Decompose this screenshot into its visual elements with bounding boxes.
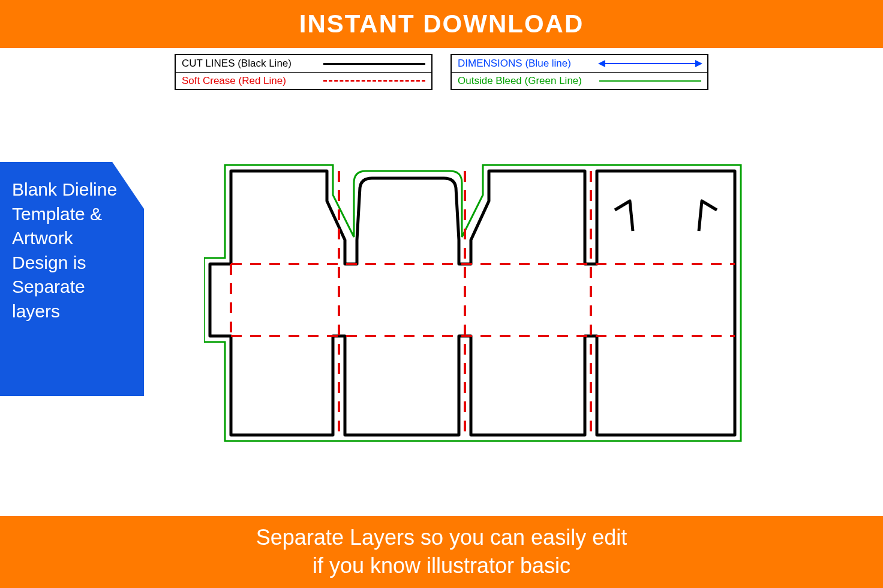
legend-label: CUT LINES (Black Line) [182, 58, 317, 70]
dieline-diagram [204, 141, 744, 453]
legend: CUT LINES (Black Line) Soft Crease (Red … [175, 54, 708, 90]
legend-cut-lines: CUT LINES (Black Line) [176, 55, 431, 72]
red-dash-icon [323, 73, 425, 89]
legend-label: Soft Crease (Red Line) [182, 75, 317, 87]
legend-dimensions: DIMENSIONS (Blue line) [452, 55, 707, 72]
footer-banner: Separate Layers so you can easily edit i… [0, 516, 883, 588]
header-title: INSTANT DOWNLOAD [299, 10, 584, 38]
blue-arrow-icon [599, 55, 701, 72]
footer-text: Separate Layers so you can easily edit i… [256, 524, 627, 580]
legend-label: Outside Bleed (Green Line) [458, 75, 593, 87]
side-callout-text: Blank Dieline Template & Artwork Design … [12, 179, 117, 321]
green-line-icon [599, 73, 701, 89]
legend-soft-crease: Soft Crease (Red Line) [176, 72, 431, 89]
header-banner: INSTANT DOWNLOAD [0, 0, 883, 48]
legend-outside-bleed: Outside Bleed (Green Line) [452, 72, 707, 89]
legend-right: DIMENSIONS (Blue line) Outside Bleed (Gr… [450, 54, 708, 90]
legend-left: CUT LINES (Black Line) Soft Crease (Red … [175, 54, 433, 90]
legend-label: DIMENSIONS (Blue line) [458, 58, 593, 70]
cut-lines [210, 171, 735, 435]
black-line-icon [323, 55, 425, 72]
side-callout: Blank Dieline Template & Artwork Design … [0, 162, 144, 396]
